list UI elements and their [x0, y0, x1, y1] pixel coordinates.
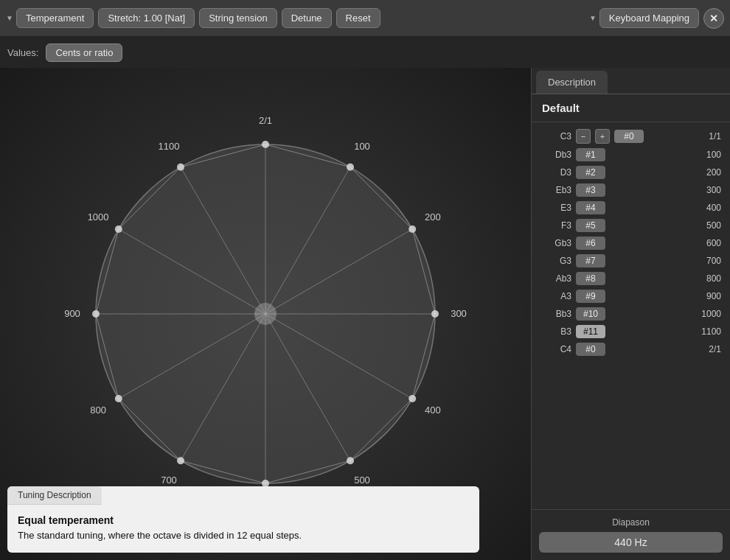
key-row-gb3: Gb3#6600 [538, 234, 724, 252]
nav-arrows: ← → [252, 307, 279, 321]
tuning-description-tab: Tuning Description [7, 486, 102, 505]
key-number-5[interactable]: #5 [576, 219, 605, 232]
stretch-button[interactable]: Stretch: 1.00 [Nat] [98, 8, 195, 28]
key-note-2: D3 [540, 167, 571, 178]
key-row-eb3: Eb3#3300 [538, 181, 724, 199]
keyboard-mapping-dropdown[interactable]: ▼ Keyboard Mapping [589, 8, 699, 28]
key-note-10: Bb3 [540, 309, 571, 319]
nav-left-icon: ← [252, 307, 264, 321]
cents-ratio-button[interactable]: Cents or ratio [46, 43, 122, 62]
key-number-0[interactable]: #0 [614, 130, 644, 143]
key-minus-button[interactable]: − [576, 129, 591, 144]
left-panel: ← → Tuning Description Equal temperament… [0, 68, 531, 560]
key-value-3: 300 [610, 185, 721, 195]
key-number-11[interactable]: #11 [576, 325, 605, 338]
key-row-b3: B3#111100 [538, 323, 724, 340]
string-tension-button[interactable]: String tension [199, 8, 277, 28]
dropdown-arrow2-icon: ▼ [589, 14, 597, 22]
key-number-2[interactable]: #2 [576, 166, 605, 179]
key-row-bb3: Bb3#101000 [538, 305, 724, 323]
key-value-8: 800 [610, 273, 721, 284]
toolbar: ▼ Temperament Stretch: 1.00 [Nat] String… [0, 0, 730, 37]
key-number-4[interactable]: #4 [576, 201, 605, 214]
key-number-3[interactable]: #3 [576, 183, 605, 197]
key-note-7: G3 [540, 256, 571, 266]
tuning-description-content: Equal temperament The standard tuning, w… [7, 505, 479, 553]
description-tab-bar: Description [532, 68, 730, 94]
reset-button[interactable]: Reset [336, 8, 380, 28]
key-note-4: E3 [540, 203, 571, 213]
key-number-9[interactable]: #9 [576, 290, 605, 303]
key-row-d3: D3#2200 [538, 164, 724, 181]
main-content: ← → Tuning Description Equal temperament… [0, 68, 730, 560]
dropdown-arrow-icon: ▼ [6, 14, 13, 22]
key-note-11: B3 [540, 326, 571, 337]
key-note-12: C4 [540, 344, 571, 354]
diapason-label: Diapason [539, 517, 723, 528]
keyboard-mapping-button[interactable]: Keyboard Mapping [599, 8, 699, 28]
right-panel: Description Default C3−+#01/1Db3#1100D3#… [531, 68, 730, 560]
close-icon: ✕ [709, 13, 718, 24]
close-button[interactable]: ✕ [703, 8, 724, 29]
key-row-c4: C4#02/1 [538, 340, 724, 358]
key-value-9: 900 [610, 291, 721, 301]
key-note-5: F3 [540, 220, 571, 231]
key-number-10[interactable]: #10 [576, 307, 605, 321]
key-number-8[interactable]: #8 [576, 272, 605, 285]
key-note-3: Eb3 [540, 185, 571, 195]
key-table: C3−+#01/1Db3#1100D3#2200Eb3#3300E3#4400F… [532, 122, 730, 509]
key-value-0: 1/1 [648, 131, 721, 141]
tuning-description-box: Tuning Description Equal temperament The… [7, 486, 479, 553]
key-note-0: C3 [540, 131, 571, 141]
tuning-description-body: The standard tuning, where the octave is… [18, 528, 469, 544]
key-value-1: 100 [610, 150, 721, 160]
key-number-7[interactable]: #7 [576, 254, 605, 267]
key-value-4: 400 [610, 203, 721, 213]
key-row-ab3: Ab3#8800 [538, 270, 724, 287]
tuning-circle-container: ← → [59, 108, 472, 520]
key-value-10: 1000 [610, 309, 721, 319]
key-value-7: 700 [610, 256, 721, 266]
key-value-5: 500 [610, 220, 721, 231]
values-label: Values: [7, 47, 38, 58]
key-note-6: Gb3 [540, 238, 571, 248]
key-row-e3: E3#4400 [538, 199, 724, 217]
key-note-8: Ab3 [540, 273, 571, 284]
key-value-11: 1100 [610, 326, 721, 337]
key-number-1[interactable]: #1 [576, 148, 605, 161]
key-value-6: 600 [610, 238, 721, 248]
values-row: Values: Cents or ratio [0, 37, 730, 68]
key-value-12: 2/1 [610, 344, 721, 354]
tuning-description-title: Equal temperament [18, 512, 469, 528]
detune-button[interactable]: Detune [282, 8, 332, 28]
key-value-2: 200 [610, 167, 721, 178]
key-note-9: A3 [540, 291, 571, 301]
key-row-g3: G3#7700 [538, 252, 724, 270]
key-note-1: Db3 [540, 150, 571, 160]
temperament-button[interactable]: Temperament [16, 8, 94, 28]
diapason-value[interactable]: 440 Hz [539, 532, 723, 553]
key-number-6[interactable]: #6 [576, 237, 605, 250]
key-row-a3: A3#9900 [538, 287, 724, 305]
key-row-c3: C3−+#01/1 [538, 127, 724, 146]
key-number-12[interactable]: #0 [576, 343, 605, 356]
description-content: Default [532, 94, 730, 122]
description-tab[interactable]: Description [536, 71, 608, 94]
key-row-db3: Db3#1100 [538, 146, 724, 164]
temperament-dropdown[interactable]: ▼ Temperament [6, 8, 94, 28]
nav-right-icon: → [267, 307, 279, 321]
key-plus-button[interactable]: + [595, 129, 610, 144]
diapason-section: Diapason 440 Hz [532, 509, 730, 560]
key-row-f3: F3#5500 [538, 217, 724, 234]
